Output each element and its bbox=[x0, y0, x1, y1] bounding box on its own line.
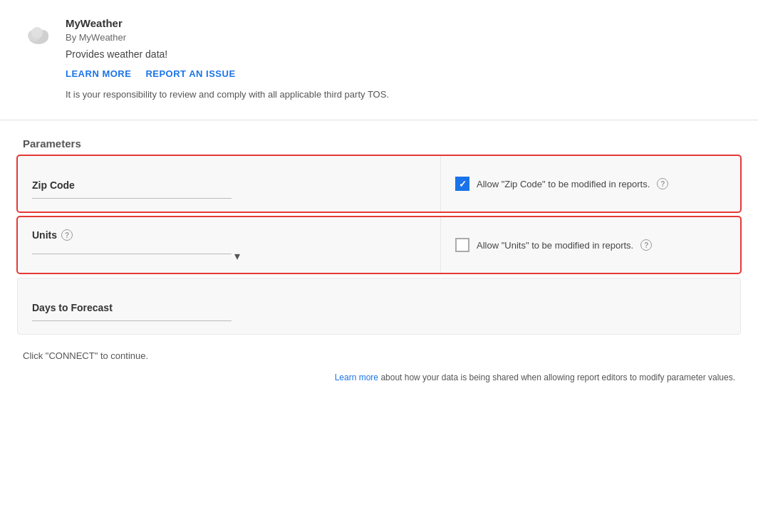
learn-more-button[interactable]: LEARN MORE bbox=[66, 68, 131, 79]
zip-code-param-row: Zip Code ✓ Allow "Zip Code" to be modifi… bbox=[17, 155, 741, 212]
days-forecast-input-line[interactable] bbox=[32, 320, 232, 321]
units-checkbox[interactable] bbox=[455, 238, 469, 252]
units-input-line bbox=[32, 254, 232, 254]
days-forecast-label-row: Days to Forecast bbox=[32, 302, 726, 313]
tos-text: It is your responsibility to review and … bbox=[66, 89, 389, 100]
app-name: MyWeather bbox=[66, 17, 389, 29]
footer-note: Learn more about how your data is being … bbox=[0, 367, 758, 388]
units-allow-row: Allow "Units" to be modified in reports.… bbox=[455, 238, 652, 252]
zip-code-input-line[interactable] bbox=[32, 198, 232, 199]
units-dropdown-row[interactable]: ▾ bbox=[32, 248, 426, 263]
links-row: LEARN MORE REPORT AN ISSUE bbox=[66, 68, 389, 79]
zip-code-label: Zip Code bbox=[32, 179, 75, 191]
units-dropdown-arrow[interactable]: ▾ bbox=[234, 249, 240, 263]
app-by: By MyWeather bbox=[66, 32, 389, 43]
header-divider bbox=[0, 120, 758, 120]
days-forecast-label: Days to Forecast bbox=[32, 302, 113, 313]
units-allow-help-icon[interactable]: ? bbox=[640, 239, 652, 251]
units-label-row: Units ? bbox=[32, 229, 426, 241]
app-description: Provides weather data! bbox=[66, 48, 389, 60]
checkbox-check-icon: ✓ bbox=[459, 179, 467, 189]
units-left: Units ? ▾ bbox=[18, 217, 441, 273]
zip-code-allow-help-icon[interactable]: ? bbox=[657, 178, 668, 189]
parameters-area: Zip Code ✓ Allow "Zip Code" to be modifi… bbox=[0, 155, 758, 335]
units-param-row: Units ? ▾ Allow "Units" to be modified i… bbox=[17, 217, 741, 273]
days-forecast-param-row: Days to Forecast bbox=[17, 278, 741, 335]
zip-code-right: ✓ Allow "Zip Code" to be modified in rep… bbox=[441, 156, 740, 212]
zip-code-allow-row: ✓ Allow "Zip Code" to be modified in rep… bbox=[455, 177, 668, 191]
zip-code-left: Zip Code bbox=[18, 156, 441, 212]
cloud-icon bbox=[23, 19, 54, 50]
footer-learn-more-link[interactable]: Learn more bbox=[335, 372, 378, 382]
units-help-icon[interactable]: ? bbox=[61, 229, 73, 241]
report-issue-button[interactable]: REPORT AN ISSUE bbox=[145, 68, 235, 79]
footer-note-text: about how your data is being shared when… bbox=[378, 372, 735, 382]
zip-code-allow-text: Allow "Zip Code" to be modified in repor… bbox=[477, 179, 650, 189]
app-header: MyWeather By MyWeather Provides weather … bbox=[0, 0, 758, 111]
header-info: MyWeather By MyWeather Provides weather … bbox=[66, 17, 389, 100]
units-allow-text: Allow "Units" to be modified in reports. bbox=[477, 240, 633, 251]
zip-code-label-row: Zip Code bbox=[32, 179, 426, 191]
svg-point-3 bbox=[31, 27, 43, 38]
units-right: Allow "Units" to be modified in reports.… bbox=[441, 217, 740, 273]
units-label: Units bbox=[32, 229, 57, 241]
parameters-section-label: Parameters bbox=[0, 129, 758, 155]
footer-click-text: Click "CONNECT" to continue. bbox=[0, 339, 758, 367]
zip-code-checkbox[interactable]: ✓ bbox=[455, 177, 469, 191]
